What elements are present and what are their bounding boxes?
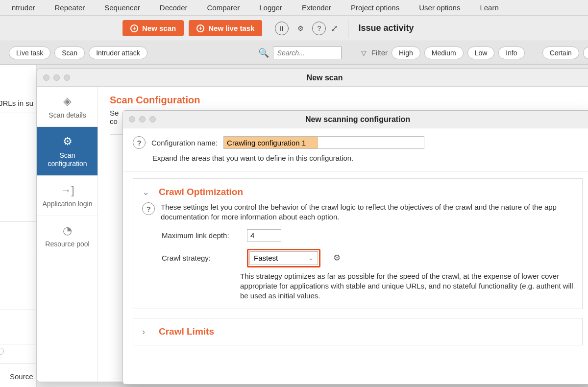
menu-repeater[interactable]: Repeater <box>45 0 95 15</box>
crawl-optimization-panel: ⌄ Crawl Optimization ? These settings le… <box>133 178 583 309</box>
menu-intruder[interactable]: ntruder <box>2 0 45 15</box>
plus-icon: + <box>196 24 204 32</box>
plus-icon: + <box>130 24 138 32</box>
sidebar-item-label: Resource pool <box>45 240 89 248</box>
crawl-limits-title: Crawl Limits <box>159 326 214 337</box>
menu-decoder[interactable]: Decoder <box>150 0 197 15</box>
chevron-down-icon[interactable]: ⌄ <box>142 187 152 197</box>
scanning-configuration-dialog: New scanning configuration ? Configurati… <box>122 110 588 385</box>
pill-firm-partial[interactable]: Fir <box>583 47 588 59</box>
chevron-right-icon[interactable]: › <box>142 327 152 337</box>
menu-extender[interactable]: Extender <box>292 0 341 15</box>
new-live-task-button[interactable]: + New live task <box>189 20 262 36</box>
window-controls[interactable] <box>37 74 70 81</box>
close-icon[interactable] <box>129 116 135 122</box>
issue-activity-heading: Issue activity <box>358 23 414 33</box>
dialog-titlebar: New scan <box>37 69 588 87</box>
menu-project-options[interactable]: Project options <box>341 0 409 15</box>
sidebar-item-application-login[interactable]: →] Application login <box>37 176 98 216</box>
main-toolbar: + New scan + New live task ⏸ ⚙ ? ⤢ Issue… <box>0 16 588 41</box>
sidebar-item-scan-configuration[interactable]: ⚙ Scan configuration <box>37 127 98 176</box>
dialog-title: New scanning configuration <box>305 115 410 124</box>
sidebar-item-label: Scan details <box>49 111 86 119</box>
pill-medium[interactable]: Medium <box>424 47 464 59</box>
sidebar-item-resource-pool[interactable]: ◔ Resource pool <box>37 216 98 256</box>
new-scan-button[interactable]: + New scan <box>122 20 184 36</box>
crawl-optimization-desc: These settings let you control the behav… <box>161 202 573 222</box>
dialog-title: New scan <box>307 73 343 82</box>
config-name-label: Configuration name: <box>151 139 218 147</box>
crawl-limits-panel: › Crawl Limits <box>133 318 583 345</box>
pill-live-task[interactable]: Live task <box>9 47 50 59</box>
pause-icon[interactable]: ⏸ <box>275 22 289 35</box>
login-icon: →] <box>40 184 95 197</box>
app-menubar: ntruder Repeater Sequencer Decoder Compa… <box>0 0 588 16</box>
pill-certain[interactable]: Certain <box>542 47 579 59</box>
filter-label: Filter <box>371 48 388 57</box>
new-live-task-label: New live task <box>208 24 254 32</box>
newscan-sidebar: ◈ Scan details ⚙ Scan configuration →] A… <box>37 87 98 382</box>
divider <box>348 19 348 38</box>
sidebar-item-label: Scan configuration <box>48 151 87 168</box>
crawl-strategy-note: This strategy optimizes as far as possib… <box>240 271 573 301</box>
zoom-icon[interactable] <box>64 74 70 81</box>
menu-learn[interactable]: Learn <box>470 0 508 15</box>
crawl-optimization-title: Crawl Optimization <box>159 187 243 197</box>
menu-logger[interactable]: Logger <box>249 0 292 15</box>
zoom-icon[interactable] <box>149 116 156 122</box>
dialog-titlebar: New scanning configuration <box>123 111 588 128</box>
minimize-icon[interactable] <box>53 74 60 81</box>
search-icon: 🔍 <box>258 48 269 58</box>
crawl-strategy-label: Crawl strategy: <box>162 254 240 262</box>
bg-frag-source: Source <box>10 372 33 381</box>
pill-intruder-attack[interactable]: Intruder attack <box>89 47 147 59</box>
max-link-depth-input[interactable] <box>247 229 281 242</box>
minimize-icon[interactable] <box>139 116 146 122</box>
tag-icon: ◈ <box>40 95 95 108</box>
pill-high[interactable]: High <box>392 47 420 59</box>
clock-icon: ◔ <box>40 224 95 238</box>
circle-icon <box>0 348 4 355</box>
sidebar-item-label: Application login <box>43 200 93 208</box>
new-scan-label: New scan <box>142 24 176 32</box>
scan-configuration-heading: Scan Configuration <box>110 95 588 106</box>
bg-frag-urls: JRLs in su <box>0 99 33 107</box>
config-instruction: Expand the areas that you want to define… <box>152 154 583 162</box>
max-link-depth-label: Maximum link depth: <box>162 231 240 240</box>
crawl-strategy-highlight: Fastest ⌄ <box>247 249 320 267</box>
help-icon[interactable]: ? <box>142 202 155 215</box>
crawl-strategy-select[interactable]: Fastest <box>249 251 318 265</box>
filter-toolbar: Live task Scan Intruder attack 🔍 ▽ Filte… <box>0 41 588 65</box>
pill-info[interactable]: Info <box>498 47 524 59</box>
sidebar-item-scan-details[interactable]: ◈ Scan details <box>37 87 98 127</box>
menu-user-options[interactable]: User options <box>409 0 470 15</box>
divider <box>123 171 588 171</box>
help-icon[interactable]: ? <box>312 22 326 35</box>
expand-icon[interactable]: ⤢ <box>331 23 338 34</box>
pill-scan[interactable]: Scan <box>54 47 85 59</box>
window-controls[interactable] <box>123 116 156 122</box>
help-icon[interactable]: ? <box>133 136 146 149</box>
pill-low[interactable]: Low <box>467 47 495 59</box>
config-name-input[interactable] <box>223 136 424 149</box>
background-left-panel: JRLs in su Source <box>0 65 37 387</box>
gear-icon[interactable]: ⚙ <box>331 253 342 264</box>
search-input[interactable] <box>273 47 342 59</box>
menu-comparer[interactable]: Comparer <box>197 0 250 15</box>
close-icon[interactable] <box>43 74 49 81</box>
filter-icon[interactable]: ▽ <box>361 49 367 57</box>
menu-sequencer[interactable]: Sequencer <box>95 0 150 15</box>
gear-icon[interactable]: ⚙ <box>294 22 307 35</box>
gear-icon: ⚙ <box>40 135 95 148</box>
